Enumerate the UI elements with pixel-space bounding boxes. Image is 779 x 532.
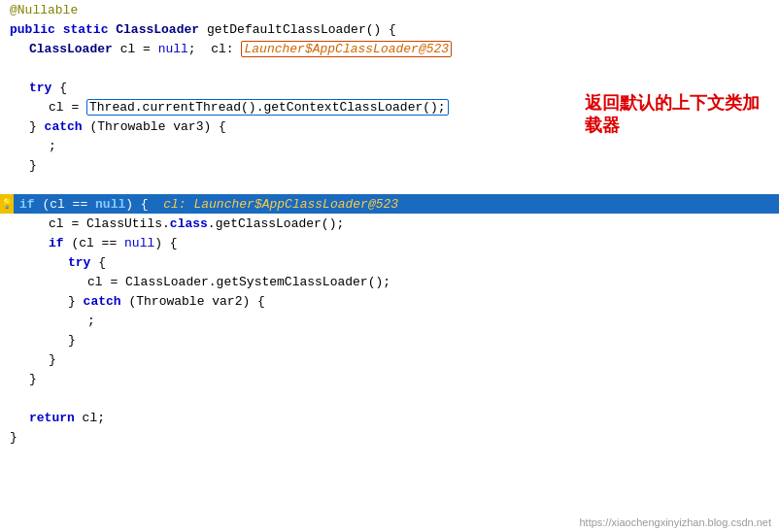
code-line-if-highlighted: 💡 if (cl == null) { cl: Launcher$AppClas…: [0, 194, 779, 214]
code-line-semicolon1: ;: [0, 136, 779, 155]
debug-value-box-1: Launcher$AppClassLoader@523: [241, 41, 452, 57]
code-editor: @Nullable public static ClassLoader getD…: [0, 0, 779, 532]
code-line-if2: if (cl == null) {: [0, 233, 779, 252]
code-line-3: ClassLoader cl = null; cl: Launcher$AppC…: [0, 39, 779, 58]
code-line-close-try2: }: [0, 330, 779, 349]
code-line-classutils: cl = ClassUtils.class.getClassLoader();: [0, 214, 779, 233]
code-line-blank1: [0, 58, 779, 78]
code-line-system-classloader: cl = ClassLoader.getSystemClassLoader();: [0, 272, 779, 291]
watermark: https://xiaochengxinyizhan.blog.csdn.net: [579, 516, 771, 528]
code-line-catch2: } catch (Throwable var2) {: [0, 291, 779, 311]
debug-value-box-2: Thread.currentThread().getContextClassLo…: [86, 99, 449, 116]
bulb-icon[interactable]: 💡: [0, 194, 14, 214]
code-line-2: public static ClassLoader getDefaultClas…: [0, 19, 779, 39]
annotation-nullable: @Nullable: [10, 3, 78, 17]
code-line-close-catch1: }: [0, 155, 779, 175]
code-line-semicolon2: ;: [0, 311, 779, 330]
code-line-close-if1: }: [0, 369, 779, 388]
code-line-blank3: [0, 388, 779, 408]
code-line-return: return cl;: [0, 408, 779, 427]
code-line-1: @Nullable: [0, 0, 779, 19]
callout-bubble: 返回默认的上下文类加载器: [585, 92, 760, 138]
code-line-close-method: }: [0, 427, 779, 447]
code-line-blank2: [0, 175, 779, 194]
code-line-close-if2: }: [0, 349, 779, 369]
code-line-try2: try {: [0, 252, 779, 272]
